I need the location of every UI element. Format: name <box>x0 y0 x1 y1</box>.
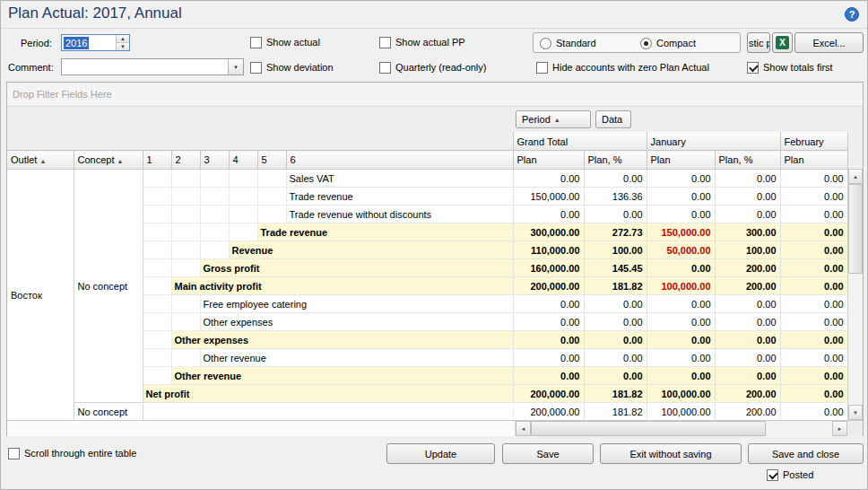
checkbox-box[interactable] <box>767 469 778 481</box>
value-cell[interactable]: 0.00 <box>647 295 715 313</box>
concept-total-cell[interactable]: No concept <box>74 403 143 421</box>
value-cell[interactable]: 0.00 <box>584 170 647 188</box>
value-cell[interactable]: 0.00 <box>780 223 847 241</box>
checkbox-box[interactable] <box>8 448 20 459</box>
value-cell[interactable]: 100.00 <box>584 241 647 259</box>
value-cell[interactable]: 0.00 <box>647 206 715 223</box>
value-header[interactable]: Plan <box>513 151 584 170</box>
value-cell[interactable]: 0.00 <box>780 277 847 295</box>
comment-value[interactable] <box>62 59 228 74</box>
concept-value-cell[interactable]: No concept <box>74 170 143 403</box>
value-cell[interactable]: 0.00 <box>647 331 715 349</box>
horizontal-scroll-track[interactable] <box>531 421 832 436</box>
period-input-area[interactable] <box>89 35 116 50</box>
value-cell[interactable]: 0.00 <box>513 349 584 367</box>
value-cell[interactable]: 0.00 <box>715 206 780 223</box>
vertical-scrollbar[interactable]: ▲ ▼ <box>847 169 863 420</box>
tree-col-header-5[interactable]: 5 <box>257 151 286 170</box>
tree-col-header-4[interactable]: 4 <box>229 151 257 170</box>
value-cell[interactable]: 0.00 <box>780 349 847 367</box>
tree-col-header-3[interactable]: 3 <box>200 151 229 170</box>
horizontal-scroll-thumb[interactable] <box>531 421 766 436</box>
row-label-cell[interactable]: Free employee catering <box>200 295 513 313</box>
value-header[interactable]: Plan, % <box>715 151 780 170</box>
value-cell[interactable]: 0.00 <box>715 313 780 331</box>
spin-up-icon[interactable]: ▲ <box>117 35 129 43</box>
row-label-cell[interactable]: Gross profit <box>200 259 513 277</box>
value-cell[interactable]: 0.00 <box>647 188 715 206</box>
value-header[interactable]: Plan, % <box>584 151 647 170</box>
value-cell[interactable]: 181.82 <box>584 385 647 403</box>
value-cell[interactable]: 200,000.00 <box>513 385 584 403</box>
value-cell[interactable]: 0.00 <box>715 349 780 367</box>
show-actual-pp-checkbox[interactable]: Show actual PP <box>379 36 465 48</box>
value-cell[interactable]: 110,000.00 <box>513 241 584 259</box>
posted-checkbox[interactable]: Posted <box>767 468 813 481</box>
vertical-scroll-thumb[interactable] <box>848 184 863 274</box>
dropdown-arrow-icon[interactable]: ▼ <box>228 59 243 74</box>
radio-circle[interactable] <box>640 38 652 49</box>
value-cell[interactable]: 0.00 <box>647 259 715 277</box>
exit-without-saving-button[interactable]: Exit without saving <box>600 443 742 464</box>
value-header[interactable]: Plan <box>647 151 715 170</box>
period-value[interactable]: 2016 <box>64 37 89 49</box>
value-cell[interactable]: 181.82 <box>584 403 647 421</box>
value-cell[interactable]: 0.00 <box>715 170 780 188</box>
row-label-cell[interactable]: Other expenses <box>171 331 513 349</box>
row-label-cell[interactable]: Revenue <box>229 241 513 259</box>
excel-icon-button[interactable]: X <box>772 32 793 53</box>
show-actual-checkbox[interactable]: Show actual <box>250 36 320 48</box>
checkbox-box[interactable] <box>536 62 548 74</box>
value-cell[interactable]: 0.00 <box>780 295 847 313</box>
help-icon[interactable]: ? <box>845 7 859 22</box>
value-cell[interactable]: 0.00 <box>513 206 584 223</box>
tree-col-header-1[interactable]: 1 <box>143 151 171 170</box>
value-cell[interactable]: 0.00 <box>780 259 847 277</box>
save-button[interactable]: Save <box>502 443 594 464</box>
outlet-field-header[interactable]: Outlet ▲ <box>7 151 74 170</box>
data-field-button[interactable]: Data <box>595 110 631 128</box>
filter-drop-area[interactable]: Drop Filter Fields Here <box>7 83 863 107</box>
value-cell[interactable]: 0.00 <box>715 188 780 206</box>
scroll-up-button[interactable]: ▲ <box>848 169 863 184</box>
show-deviation-checkbox[interactable]: Show deviation <box>250 61 334 74</box>
value-cell[interactable]: 0.00 <box>780 367 847 385</box>
value-cell[interactable]: 0.00 <box>584 206 647 223</box>
vertical-scroll-track[interactable] <box>848 184 863 405</box>
row-label-cell[interactable]: Other expenses <box>200 313 513 331</box>
quarterly-checkbox[interactable]: Quarterly (read-only) <box>379 61 486 74</box>
value-cell[interactable]: 200.00 <box>715 259 780 277</box>
row-label-cell[interactable]: Main activity profit <box>171 277 513 295</box>
value-cell[interactable]: 200,000.00 <box>513 277 584 295</box>
value-cell[interactable]: 0.00 <box>647 313 715 331</box>
value-cell[interactable]: 0.00 <box>513 313 584 331</box>
row-label-cell[interactable]: Trade revenue without discounts <box>286 206 513 223</box>
value-cell[interactable]: 300,000.00 <box>513 223 584 241</box>
concept-field-header[interactable]: Concept ▲ <box>74 151 143 170</box>
value-cell[interactable]: 0.00 <box>780 188 847 206</box>
value-cell[interactable]: 160,000.00 <box>513 259 584 277</box>
row-label-cell[interactable]: Trade revenue <box>257 223 513 241</box>
save-and-close-button[interactable]: Save and close <box>748 443 864 464</box>
value-cell[interactable]: 0.00 <box>647 367 715 385</box>
comment-combobox[interactable]: ▼ <box>61 58 244 75</box>
excel-export-button[interactable]: Excel... <box>794 32 864 53</box>
column-group-february[interactable]: February <box>780 133 847 151</box>
value-cell[interactable]: 0.00 <box>513 170 584 188</box>
value-header[interactable]: Plan <box>780 151 847 170</box>
value-cell[interactable]: 0.00 <box>584 295 647 313</box>
checkbox-box[interactable] <box>747 62 759 74</box>
checkbox-box[interactable] <box>250 37 262 48</box>
value-cell[interactable]: 300.00 <box>715 223 780 241</box>
tree-col-header-2[interactable]: 2 <box>171 151 200 170</box>
row-label-cell[interactable]: Other revenue <box>200 349 513 367</box>
value-cell[interactable]: 0.00 <box>780 313 847 331</box>
value-cell[interactable]: 0.00 <box>584 367 647 385</box>
value-cell[interactable]: 0.00 <box>513 367 584 385</box>
value-cell[interactable]: 0.00 <box>584 313 647 331</box>
value-cell[interactable]: 100.00 <box>715 241 780 259</box>
hide-zero-checkbox[interactable]: Hide accounts with zero Plan Actual <box>536 61 709 74</box>
row-label-cell[interactable]: Sales VAT <box>286 170 513 188</box>
value-cell[interactable]: 145.45 <box>584 259 647 277</box>
value-cell[interactable]: 150,000.00 <box>513 188 584 206</box>
